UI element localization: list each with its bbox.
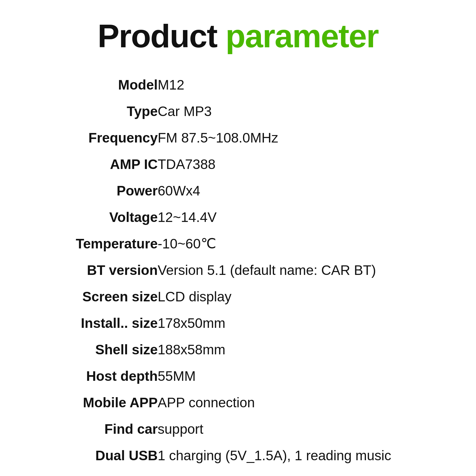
param-value: LCD display xyxy=(158,284,443,310)
param-value: 188x58mm xyxy=(158,336,443,363)
table-row: ModelM12 xyxy=(33,72,443,98)
param-key: BT version xyxy=(33,257,158,284)
param-value: 12~14.4V xyxy=(158,204,443,231)
param-value: 178x50mm xyxy=(158,310,443,336)
table-row: TypeCar MP3 xyxy=(33,98,443,125)
param-key: Install.. size xyxy=(33,310,158,336)
table-row: Temperature-10~60℃ xyxy=(33,231,443,257)
param-key: Host depth xyxy=(33,363,158,389)
table-row: Power60Wx4 xyxy=(33,178,443,204)
table-row: BT versionVersion 5.1 (default name: CAR… xyxy=(33,257,443,284)
title-section: Product parameter xyxy=(98,18,378,54)
title-part2: parameter xyxy=(226,18,378,54)
table-row: Shell size188x58mm xyxy=(33,336,443,363)
params-table: ModelM12TypeCar MP3FrequencyFM 87.5~108.… xyxy=(33,72,443,476)
title-part1: Product xyxy=(98,18,226,54)
param-key: Voice assistant xyxy=(33,469,158,476)
table-row: Find carsupport xyxy=(33,416,443,442)
param-value: 55MM xyxy=(158,363,443,389)
param-value: FM 87.5~108.0MHz xyxy=(158,125,443,151)
param-value: 1 charging (5V_1.5A), 1 reading music xyxy=(158,442,443,469)
param-value: support xyxy=(158,469,443,476)
param-key: Mobile APP xyxy=(33,389,158,416)
table-row: AMP ICTDA7388 xyxy=(33,151,443,178)
param-value: TDA7388 xyxy=(158,151,443,178)
param-key: Temperature xyxy=(33,231,158,257)
param-value: 60Wx4 xyxy=(158,178,443,204)
param-key: Voltage xyxy=(33,204,158,231)
param-value: APP connection xyxy=(158,389,443,416)
table-row: Mobile APPAPP connection xyxy=(33,389,443,416)
table-row: Screen sizeLCD display xyxy=(33,284,443,310)
table-row: Dual USB1 charging (5V_1.5A), 1 reading … xyxy=(33,442,443,469)
table-row: FrequencyFM 87.5~108.0MHz xyxy=(33,125,443,151)
param-value: Car MP3 xyxy=(158,98,443,125)
param-key: Type xyxy=(33,98,158,125)
param-key: Dual USB xyxy=(33,442,158,469)
param-key: AMP IC xyxy=(33,151,158,178)
param-value: -10~60℃ xyxy=(158,231,443,257)
param-value: M12 xyxy=(158,72,443,98)
table-row: Voltage12~14.4V xyxy=(33,204,443,231)
param-key: Model xyxy=(33,72,158,98)
page-container: Product parameter ModelM12TypeCar MP3Fre… xyxy=(0,0,476,476)
param-key: Power xyxy=(33,178,158,204)
table-row: Install.. size178x50mm xyxy=(33,310,443,336)
table-row: Voice assistantsupport xyxy=(33,469,443,476)
param-value: support xyxy=(158,416,443,442)
param-key: Find car xyxy=(33,416,158,442)
param-key: Screen size xyxy=(33,284,158,310)
param-key: Shell size xyxy=(33,336,158,363)
param-key: Frequency xyxy=(33,125,158,151)
param-value: Version 5.1 (default name: CAR BT) xyxy=(158,257,443,284)
table-row: Host depth55MM xyxy=(33,363,443,389)
